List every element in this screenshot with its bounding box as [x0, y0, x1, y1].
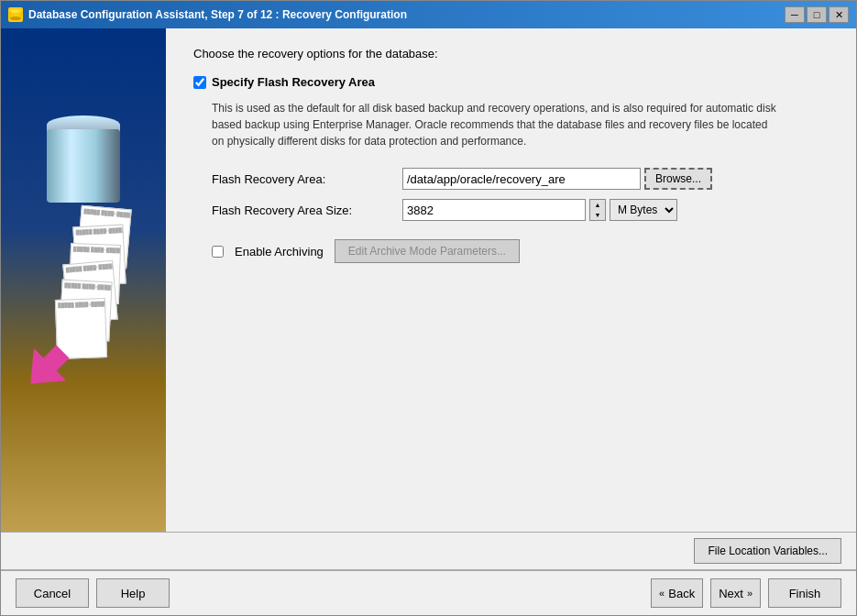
flash-size-input-group: ▲ ▼ M Bytes G Bytes — [402, 199, 829, 221]
title-bar-left: Database Configuration Assistant, Step 7… — [8, 7, 407, 22]
flash-area-input[interactable] — [402, 168, 641, 190]
restore-button[interactable]: □ — [807, 6, 827, 23]
spinner-up[interactable]: ▲ — [590, 200, 605, 210]
specify-flash-row: Specify Flash Recovery Area — [193, 75, 829, 89]
main-area: Choose the recovery options for the data… — [1, 28, 856, 532]
flash-size-label: Flash Recovery Area Size: — [212, 204, 395, 217]
next-label: Next — [719, 587, 743, 600]
spinner-down[interactable]: ▼ — [590, 210, 605, 220]
window-content: Choose the recovery options for the data… — [1, 28, 856, 615]
cancel-button[interactable]: Cancel — [16, 578, 89, 608]
window-title: Database Configuration Assistant, Step 7… — [28, 8, 407, 21]
back-label: Back — [668, 587, 695, 600]
file-location-button[interactable]: File Location Variables... — [694, 538, 841, 564]
archive-row: Enable Archiving Edit Archive Mode Param… — [212, 239, 829, 263]
bottom-bar: File Location Variables... — [1, 532, 856, 569]
next-button[interactable]: Next » — [710, 578, 761, 608]
right-panel: Choose the recovery options for the data… — [166, 28, 856, 532]
main-window: Database Configuration Assistant, Step 7… — [0, 0, 857, 616]
panel-art — [19, 97, 148, 464]
flash-area-label: Flash Recovery Area: — [212, 172, 395, 186]
footer-bar: Cancel Help « Back Next » Finish — [1, 569, 856, 615]
minimize-button[interactable]: ─ — [785, 6, 805, 23]
title-bar: Database Configuration Assistant, Step 7… — [1, 1, 856, 28]
finish-button[interactable]: Finish — [768, 578, 841, 608]
browse-button[interactable]: Browse... — [644, 168, 712, 190]
window-controls: ─ □ ✕ — [785, 6, 849, 23]
flash-size-input[interactable] — [402, 199, 586, 221]
back-arrow: « — [659, 588, 665, 599]
svg-point-1 — [10, 9, 21, 13]
edit-archive-button[interactable]: Edit Archive Mode Parameters... — [335, 239, 520, 263]
form-grid: Flash Recovery Area: Browse... Flash Rec… — [212, 168, 829, 221]
section-title: Choose the recovery options for the data… — [193, 47, 829, 60]
size-unit-select[interactable]: M Bytes G Bytes — [610, 199, 677, 221]
svg-point-2 — [10, 16, 21, 20]
enable-archiving-label[interactable]: Enable Archiving — [235, 245, 324, 258]
flash-description: This is used as the default for all disk… — [212, 100, 780, 149]
size-spinner[interactable]: ▲ ▼ — [589, 199, 606, 221]
app-icon — [8, 7, 23, 22]
next-arrow: » — [747, 588, 753, 599]
cylinder-icon — [47, 116, 120, 207]
help-button[interactable]: Help — [96, 578, 170, 608]
specify-flash-checkbox[interactable] — [193, 76, 206, 89]
left-panel — [1, 28, 166, 532]
enable-archiving-checkbox[interactable] — [212, 246, 224, 258]
paper-6 — [55, 298, 107, 359]
back-button[interactable]: « Back — [651, 578, 703, 608]
flash-area-input-group: Browse... — [402, 168, 829, 190]
close-button[interactable]: ✕ — [829, 6, 849, 23]
specify-flash-label[interactable]: Specify Flash Recovery Area — [212, 75, 375, 89]
